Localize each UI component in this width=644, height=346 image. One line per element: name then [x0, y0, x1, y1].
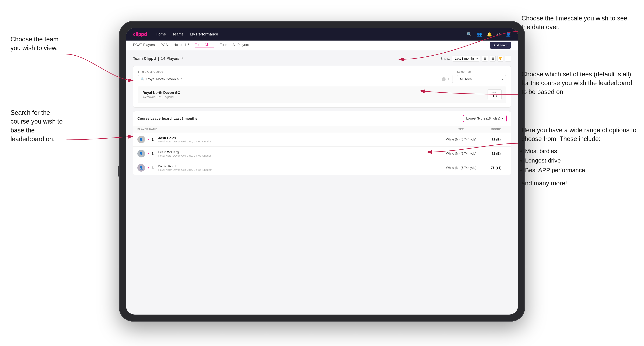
score-type-select[interactable]: Lowest Score (18 holes)	[463, 115, 506, 122]
heart-icon[interactable]: ♥	[148, 166, 149, 169]
edit-icon[interactable]: ✎	[181, 57, 184, 60]
score-type-label: Lowest Score (18 holes)	[466, 117, 500, 120]
player-col-3: 👤 ♥ 3 David Ford Royal North Devon Golf …	[138, 164, 436, 172]
tee-value: All Tees	[460, 77, 502, 81]
nav-right: 🔍 👥 🔔 ⚙ 👤	[466, 32, 511, 37]
view-icons: ☷ ☰ 🏆 ↓	[482, 56, 511, 61]
rank-number: 1	[152, 138, 156, 142]
favorite-button[interactable]: ★	[447, 77, 450, 81]
course-search-row: Find a Golf Course 🔍 ✕ ★ Select Tee	[138, 70, 506, 83]
player-info: Josh Coles Royal North Devon Golf Club, …	[158, 136, 212, 143]
leaderboard-columns: PLAYER NAME TEE SCORE	[133, 126, 511, 133]
subnav-all-players[interactable]: All Players	[232, 43, 249, 48]
show-control: Show: Last 3 months ☷ ☰ 🏆 ↓	[440, 56, 511, 61]
subnav-hcaps[interactable]: Hcaps 1-5	[174, 43, 189, 48]
course-info: Royal North Devon GC Westward Ho!, Engla…	[142, 91, 180, 99]
player-club: Royal North Devon Golf Club, United King…	[158, 140, 212, 143]
list-item: Best APP performance	[525, 165, 637, 175]
rank-number: 3	[152, 166, 156, 170]
leaderboard-section: Course Leaderboard, Last 3 months Lowest…	[133, 111, 511, 175]
player-club: Royal North Devon Golf Club, United King…	[158, 168, 212, 171]
player-name: Blair McHarg	[158, 150, 212, 154]
player-name: David Ford	[158, 165, 212, 168]
list-view-button[interactable]: ☰	[490, 56, 496, 61]
search-input-row: 🔍 ✕ ★	[138, 75, 453, 83]
show-select[interactable]: Last 3 months	[452, 56, 480, 61]
player-col-2: 👤 ♥ 1 Blair McHarg Royal North Devon Gol…	[138, 150, 436, 158]
trophy-view-button[interactable]: 🏆	[497, 56, 503, 61]
download-button[interactable]: ↓	[505, 56, 511, 61]
show-label: Show:	[440, 57, 450, 61]
add-team-button[interactable]: Add Team	[490, 42, 511, 49]
tee-select[interactable]: All Tees	[457, 75, 506, 83]
player-count: |	[158, 56, 159, 61]
course-result: Royal North Devon GC Westward Ho!, Engla…	[138, 86, 506, 103]
course-search-box: Find a Golf Course 🔍 ✕ ★ Select Tee	[133, 66, 511, 108]
top-nav: clippd Home Teams My Performance 🔍 👥 🔔 ⚙…	[126, 28, 518, 40]
avatar: 👤	[138, 164, 145, 172]
subnav-team-clippd[interactable]: Team Clippd	[195, 43, 214, 48]
table-row: 👤 ♥ 1 Blair McHarg Royal North Devon Gol…	[133, 147, 511, 161]
avatar: 👤	[138, 150, 145, 158]
nav-item-home[interactable]: Home	[156, 32, 166, 36]
annotation-timescale: Choose the timescale you wish to see the…	[522, 14, 637, 32]
main-content: Team Clippd | 14 Players ✎ Show: Last 3 …	[126, 50, 518, 315]
team-name: Team Clippd	[133, 56, 156, 61]
holes-box: Holes 18	[488, 89, 502, 100]
sub-nav: PGAT Players PGA Hcaps 1-5 Team Clippd T…	[126, 40, 518, 50]
find-course-label: Find a Golf Course	[138, 70, 453, 74]
table-row: 👤 ♥ 3 David Ford Royal North Devon Golf …	[133, 161, 511, 175]
course-search-input[interactable]	[146, 77, 442, 81]
heart-icon[interactable]: ♥	[148, 152, 149, 155]
nav-items: Home Teams My Performance	[156, 32, 466, 36]
select-tee-label: Select Tee	[457, 70, 506, 74]
holes-number: 18	[492, 94, 497, 98]
grid-view-button[interactable]: ☷	[482, 56, 488, 61]
tee-col-1: White (M) (6,744 yds)	[436, 138, 486, 141]
team-header: Team Clippd | 14 Players ✎ Show: Last 3 …	[133, 56, 511, 61]
user-avatar-icon[interactable]: 👤	[506, 32, 511, 37]
subnav-tour[interactable]: Tour	[220, 43, 227, 48]
show-select-wrapper[interactable]: Last 3 months	[452, 56, 480, 61]
sub-nav-items: PGAT Players PGA Hcaps 1-5 Team Clippd T…	[133, 43, 490, 48]
col-score: SCORE	[486, 128, 506, 131]
nav-item-my-performance[interactable]: My Performance	[190, 32, 218, 36]
course-location: Westward Ho!, England	[142, 95, 180, 99]
subnav-pga[interactable]: PGA	[160, 43, 168, 48]
col-player-name: PLAYER NAME	[138, 128, 436, 131]
app-container: clippd Home Teams My Performance 🔍 👥 🔔 ⚙…	[126, 28, 518, 315]
score-col-3: 73 (+1)	[486, 166, 506, 170]
annotation-choose-team: Choose the team you wish to view.	[10, 35, 70, 53]
list-item: Most birdies	[525, 146, 637, 156]
player-col-1: 👤 ♥ 1 Josh Coles Royal North Devon Golf …	[138, 136, 436, 143]
course-name: Royal North Devon GC	[142, 91, 180, 95]
nav-item-teams[interactable]: Teams	[172, 32, 184, 36]
subnav-pgat[interactable]: PGAT Players	[133, 43, 155, 48]
team-title: Team Clippd | 14 Players ✎	[133, 56, 184, 61]
tee-field: Select Tee All Tees	[457, 70, 506, 83]
player-name: Josh Coles	[158, 136, 212, 140]
leaderboard-header: Course Leaderboard, Last 3 months Lowest…	[133, 111, 511, 126]
tablet-side-button	[118, 166, 119, 176]
leaderboard-title: Course Leaderboard, Last 3 months	[138, 117, 197, 121]
app-logo: clippd	[133, 31, 147, 37]
score-col-1: 72 (E)	[486, 138, 506, 141]
search-icon[interactable]: 🔍	[466, 32, 472, 37]
player-info: David Ford Royal North Devon Golf Club, …	[158, 165, 212, 171]
search-input-icon: 🔍	[141, 77, 144, 81]
find-course-field: Find a Golf Course 🔍 ✕ ★	[138, 70, 453, 83]
annotation-search-course: Search for the course you wish to base t…	[10, 108, 70, 144]
settings-icon[interactable]: ⚙	[497, 32, 501, 37]
player-info: Blair McHarg Royal North Devon Golf Club…	[158, 150, 212, 157]
team-player-count: 14 Players	[161, 56, 179, 61]
tee-col-3: White (M) (6,744 yds)	[436, 166, 486, 170]
clear-search-button[interactable]: ✕	[442, 77, 446, 81]
col-tee: TEE	[436, 128, 486, 131]
people-icon[interactable]: 👥	[477, 32, 482, 37]
avatar: 👤	[138, 136, 145, 143]
holes-label: Holes	[490, 91, 498, 94]
tablet-screen: clippd Home Teams My Performance 🔍 👥 🔔 ⚙…	[126, 28, 518, 315]
bell-icon[interactable]: 🔔	[487, 32, 492, 37]
heart-icon[interactable]: ♥	[148, 138, 149, 141]
tablet-frame: clippd Home Teams My Performance 🔍 👥 🔔 ⚙…	[119, 21, 525, 322]
